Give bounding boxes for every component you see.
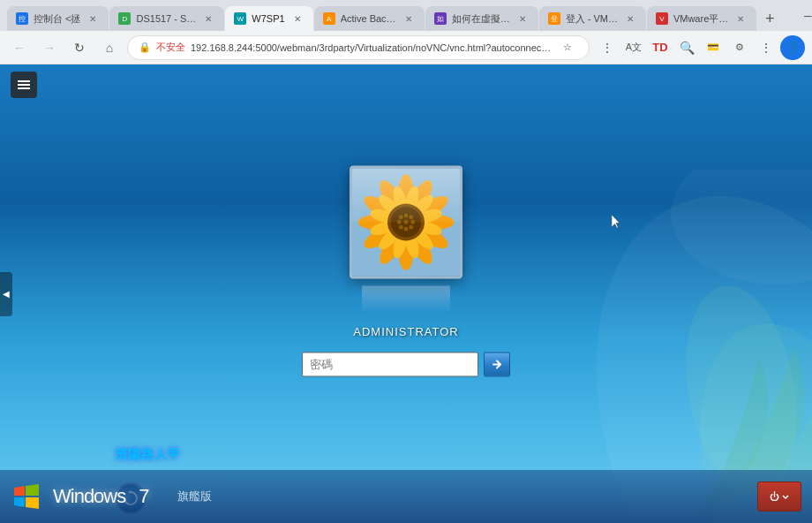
tab-2[interactable]: D DS1517 - S… ✕ <box>109 6 224 31</box>
tab-1[interactable]: 控 控制台 <拯 ✕ <box>7 6 109 31</box>
password-submit-button[interactable] <box>484 352 510 376</box>
win7-edition: 旗艦版 <box>177 489 212 504</box>
tab-4-label: Active Bac… <box>341 13 396 24</box>
address-input[interactable]: 🔒 不安全 192.168.8.244:5000/webman/3rdparty… <box>127 35 590 60</box>
password-row <box>302 352 510 376</box>
new-tab-button[interactable]: + <box>757 6 782 31</box>
avatar-reflection <box>362 285 450 312</box>
win7-version: 7 <box>139 485 148 508</box>
toolbar-icons: ⋮ A文 TD 🔍 💳 ⚙ ⋮ 👤 <box>595 35 805 60</box>
tab-5-close[interactable]: ✕ <box>515 11 530 26</box>
translate-icon[interactable]: A文 <box>621 35 646 60</box>
home-button[interactable]: ⌂ <box>97 35 122 60</box>
tabs-area: 控 控制台 <拯 ✕ D DS1517 - S… ✕ W W7SP1 ✕ A A… <box>7 0 782 31</box>
tdicon[interactable]: TD <box>648 35 673 60</box>
win7-title-text: Windows <box>53 485 125 508</box>
tab-6-favicon: 登 <box>548 12 560 25</box>
sidebar-toggle[interactable]: ◀ <box>0 272 12 316</box>
browser-window: 控 控制台 <拯 ✕ D DS1517 - S… ✕ W W7SP1 ✕ A A… <box>0 0 812 523</box>
power-dropdown-icon <box>781 492 790 501</box>
address-bar: ← → ↻ ⌂ 🔒 不安全 192.168.8.244:5000/webman/… <box>0 31 812 64</box>
tab-4-favicon: A <box>323 12 335 25</box>
security-icon: 🔒 <box>139 42 151 53</box>
minimize-button[interactable]: ─ <box>787 4 812 28</box>
tab-3[interactable]: W W7SP1 ✕ <box>225 6 312 31</box>
back-button[interactable]: ← <box>7 35 32 60</box>
wallet-icon[interactable]: 💳 <box>701 35 726 60</box>
user-avatar <box>350 165 462 278</box>
refresh-button[interactable]: ↻ <box>67 35 92 60</box>
svg-rect-6 <box>18 87 30 89</box>
tab-3-close[interactable]: ✕ <box>290 11 304 26</box>
novnc-toolbar-button[interactable] <box>11 72 37 98</box>
tab-1-favicon: 控 <box>16 12 28 25</box>
address-text: 192.168.8.244:5000/webman/3rdparty/Virtu… <box>191 42 552 53</box>
tab-6-label: 登入 - VM… <box>566 12 618 26</box>
svg-point-40 <box>399 224 403 229</box>
win7-desktop: ◀ <box>0 64 812 523</box>
submit-arrow-icon <box>490 357 504 371</box>
window-controls: ─ □ ✕ <box>787 4 812 28</box>
sidebar-arrow-icon: ◀ <box>3 289 10 299</box>
tab-7-label: VMware平… <box>673 12 728 26</box>
user-display-name: 清陽路人甲 <box>115 447 181 463</box>
tab-4-close[interactable]: ✕ <box>402 11 416 26</box>
tab-5-label: 如何在虛擬… <box>452 12 510 26</box>
tab-7-close[interactable]: ✕ <box>733 11 748 26</box>
menu-icon[interactable]: ⋮ <box>754 35 778 60</box>
tab-1-label: 控制台 <拯 <box>34 12 80 26</box>
novnc-menu-icon <box>16 77 32 93</box>
avatar-gloss <box>352 168 460 222</box>
forward-button[interactable]: → <box>37 35 62 60</box>
search-icon[interactable]: 🔍 <box>674 35 699 60</box>
tab-6[interactable]: 登 登入 - VM… ✕ <box>539 6 646 31</box>
title-bar: 控 控制台 <拯 ✕ D DS1517 - S… ✕ W W7SP1 ✕ A A… <box>0 0 812 31</box>
tab-3-favicon: W <box>234 12 246 25</box>
settings-icon[interactable]: ⚙ <box>727 35 752 60</box>
bookmark-icon[interactable]: ☆ <box>557 37 578 58</box>
tab-5-favicon: 如 <box>434 12 447 25</box>
tab-2-label: DS1517 - S… <box>136 13 196 24</box>
svg-rect-5 <box>18 84 30 86</box>
extensions-icon[interactable]: ⋮ <box>595 35 620 60</box>
security-label: 不安全 <box>156 41 185 54</box>
content-area: ◀ <box>0 64 812 523</box>
tab-6-close[interactable]: ✕ <box>623 11 637 26</box>
password-input[interactable] <box>302 352 478 376</box>
power-button[interactable]: ⏻ <box>757 481 801 512</box>
svg-rect-4 <box>18 80 30 82</box>
svg-point-41 <box>404 226 409 231</box>
tab-3-label: W7SP1 <box>252 13 284 24</box>
tab-5[interactable]: 如 如何在虛擬… ✕ <box>425 6 538 31</box>
svg-point-42 <box>409 224 413 229</box>
tab-2-favicon: D <box>118 12 131 25</box>
power-icon: ⏻ <box>770 491 779 502</box>
tab-7[interactable]: V VMware平… ✕ <box>647 6 756 31</box>
tab-7-favicon: V <box>656 12 668 25</box>
username-label: ADMINISTRATOR <box>353 324 458 337</box>
profile-avatar[interactable]: 👤 <box>780 35 805 60</box>
tab-4[interactable]: A Active Bac… ✕ <box>314 6 425 31</box>
tab-1-close[interactable]: ✕ <box>86 11 100 26</box>
windows-logo[interactable] <box>11 481 42 512</box>
login-container: ADMINISTRATOR <box>302 165 510 376</box>
tab-2-close[interactable]: ✕ <box>201 11 215 26</box>
win7-taskbar: Windows 7 旗艦版 ⏻ <box>0 470 812 523</box>
windows-logo-icon <box>11 481 42 512</box>
